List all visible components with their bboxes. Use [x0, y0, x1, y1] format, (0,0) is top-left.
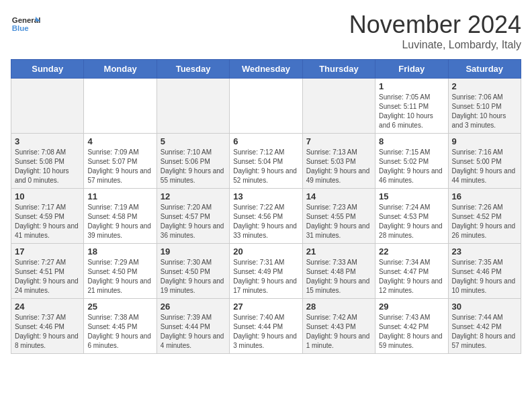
day-info: Sunrise: 7:34 AM Sunset: 4:47 PM Dayligh… — [379, 258, 444, 295]
calendar-cell: 7Sunrise: 7:13 AM Sunset: 5:03 PM Daylig… — [302, 134, 375, 189]
day-number: 5 — [161, 136, 226, 146]
calendar-cell — [157, 79, 229, 134]
day-number: 11 — [87, 191, 152, 201]
calendar-week-row: 1Sunrise: 7:05 AM Sunset: 5:11 PM Daylig… — [11, 79, 521, 134]
day-number: 8 — [379, 136, 444, 146]
day-info: Sunrise: 7:37 AM Sunset: 4:46 PM Dayligh… — [15, 313, 80, 351]
svg-text:Blue: Blue — [12, 24, 29, 32]
day-info: Sunrise: 7:06 AM Sunset: 5:10 PM Dayligh… — [452, 93, 517, 130]
day-info: Sunrise: 7:09 AM Sunset: 5:07 PM Dayligh… — [87, 148, 152, 185]
day-info: Sunrise: 7:23 AM Sunset: 4:55 PM Dayligh… — [306, 203, 371, 240]
day-info: Sunrise: 7:30 AM Sunset: 4:50 PM Dayligh… — [161, 258, 226, 295]
day-number: 20 — [233, 246, 298, 257]
calendar-cell: 14Sunrise: 7:23 AM Sunset: 4:55 PM Dayli… — [302, 189, 375, 244]
day-number: 4 — [87, 136, 152, 146]
calendar-header-saturday: Saturday — [448, 60, 521, 79]
calendar-header-tuesday: Tuesday — [157, 60, 229, 79]
calendar-cell: 17Sunrise: 7:27 AM Sunset: 4:51 PM Dayli… — [11, 244, 84, 299]
day-number: 30 — [452, 302, 517, 312]
day-info: Sunrise: 7:42 AM Sunset: 4:43 PM Dayligh… — [306, 313, 371, 351]
calendar-cell — [302, 79, 375, 134]
day-info: Sunrise: 7:19 AM Sunset: 4:58 PM Dayligh… — [87, 203, 152, 240]
calendar-header-sunday: Sunday — [11, 60, 84, 79]
calendar-header-row: SundayMondayTuesdayWednesdayThursdayFrid… — [11, 60, 521, 79]
calendar-cell: 28Sunrise: 7:42 AM Sunset: 4:43 PM Dayli… — [302, 299, 375, 354]
day-number: 18 — [87, 246, 152, 257]
day-number: 21 — [306, 246, 371, 257]
day-number: 19 — [161, 246, 226, 257]
day-number: 23 — [452, 246, 517, 257]
calendar-cell: 27Sunrise: 7:40 AM Sunset: 4:44 PM Dayli… — [230, 299, 302, 354]
day-number: 15 — [379, 191, 444, 201]
day-info: Sunrise: 7:26 AM Sunset: 4:52 PM Dayligh… — [452, 203, 517, 240]
header: General Blue November 2024 Luvinate, Lom… — [11, 11, 521, 51]
day-number: 13 — [233, 191, 298, 201]
day-number: 12 — [161, 191, 226, 201]
calendar-cell: 24Sunrise: 7:37 AM Sunset: 4:46 PM Dayli… — [11, 299, 84, 354]
calendar-cell: 5Sunrise: 7:10 AM Sunset: 5:06 PM Daylig… — [157, 134, 229, 189]
day-info: Sunrise: 7:29 AM Sunset: 4:50 PM Dayligh… — [87, 258, 152, 295]
calendar-cell: 16Sunrise: 7:26 AM Sunset: 4:52 PM Dayli… — [448, 189, 521, 244]
logo: General Blue — [11, 11, 40, 40]
calendar-cell — [11, 79, 84, 134]
calendar-header-thursday: Thursday — [302, 60, 375, 79]
day-info: Sunrise: 7:24 AM Sunset: 4:53 PM Dayligh… — [379, 203, 444, 240]
day-info: Sunrise: 7:22 AM Sunset: 4:56 PM Dayligh… — [233, 203, 298, 240]
day-info: Sunrise: 7:31 AM Sunset: 4:49 PM Dayligh… — [233, 258, 298, 295]
day-info: Sunrise: 7:27 AM Sunset: 4:51 PM Dayligh… — [15, 258, 80, 295]
calendar-cell — [230, 79, 302, 134]
calendar-cell — [84, 79, 157, 134]
calendar-cell: 20Sunrise: 7:31 AM Sunset: 4:49 PM Dayli… — [230, 244, 302, 299]
day-info: Sunrise: 7:08 AM Sunset: 5:08 PM Dayligh… — [15, 148, 80, 185]
day-info: Sunrise: 7:20 AM Sunset: 4:57 PM Dayligh… — [161, 203, 226, 240]
calendar-cell: 30Sunrise: 7:44 AM Sunset: 4:42 PM Dayli… — [448, 299, 521, 354]
calendar-cell: 19Sunrise: 7:30 AM Sunset: 4:50 PM Dayli… — [157, 244, 229, 299]
calendar-cell: 18Sunrise: 7:29 AM Sunset: 4:50 PM Dayli… — [84, 244, 157, 299]
day-number: 9 — [452, 136, 517, 146]
day-info: Sunrise: 7:39 AM Sunset: 4:44 PM Dayligh… — [161, 313, 226, 351]
day-number: 25 — [87, 302, 152, 312]
day-info: Sunrise: 7:15 AM Sunset: 5:02 PM Dayligh… — [379, 148, 444, 185]
calendar-cell: 21Sunrise: 7:33 AM Sunset: 4:48 PM Dayli… — [302, 244, 375, 299]
title-section: November 2024 Luvinate, Lombardy, Italy — [349, 11, 521, 51]
day-number: 10 — [15, 191, 80, 201]
day-info: Sunrise: 7:16 AM Sunset: 5:00 PM Dayligh… — [452, 148, 517, 185]
calendar-header-monday: Monday — [84, 60, 157, 79]
day-info: Sunrise: 7:05 AM Sunset: 5:11 PM Dayligh… — [379, 93, 444, 130]
day-number: 29 — [379, 302, 444, 312]
day-info: Sunrise: 7:13 AM Sunset: 5:03 PM Dayligh… — [306, 148, 371, 185]
calendar-week-row: 24Sunrise: 7:37 AM Sunset: 4:46 PM Dayli… — [11, 299, 521, 354]
day-number: 24 — [15, 302, 80, 312]
calendar-cell: 13Sunrise: 7:22 AM Sunset: 4:56 PM Dayli… — [230, 189, 302, 244]
calendar-cell: 10Sunrise: 7:17 AM Sunset: 4:59 PM Dayli… — [11, 189, 84, 244]
day-number: 26 — [161, 302, 226, 312]
calendar-week-row: 3Sunrise: 7:08 AM Sunset: 5:08 PM Daylig… — [11, 134, 521, 189]
day-number: 2 — [452, 81, 517, 91]
day-number: 22 — [379, 246, 444, 257]
day-info: Sunrise: 7:35 AM Sunset: 4:46 PM Dayligh… — [452, 258, 517, 295]
day-info: Sunrise: 7:44 AM Sunset: 4:42 PM Dayligh… — [452, 313, 517, 351]
calendar-cell: 22Sunrise: 7:34 AM Sunset: 4:47 PM Dayli… — [375, 244, 448, 299]
day-info: Sunrise: 7:10 AM Sunset: 5:06 PM Dayligh… — [161, 148, 226, 185]
month-title: November 2024 — [349, 11, 521, 39]
calendar-cell: 11Sunrise: 7:19 AM Sunset: 4:58 PM Dayli… — [84, 189, 157, 244]
day-number: 16 — [452, 191, 517, 201]
location: Luvinate, Lombardy, Italy — [349, 39, 521, 51]
calendar-cell: 15Sunrise: 7:24 AM Sunset: 4:53 PM Dayli… — [375, 189, 448, 244]
calendar-week-row: 10Sunrise: 7:17 AM Sunset: 4:59 PM Dayli… — [11, 189, 521, 244]
calendar-cell: 2Sunrise: 7:06 AM Sunset: 5:10 PM Daylig… — [448, 79, 521, 134]
day-info: Sunrise: 7:38 AM Sunset: 4:45 PM Dayligh… — [87, 313, 152, 351]
day-info: Sunrise: 7:33 AM Sunset: 4:48 PM Dayligh… — [306, 258, 371, 295]
calendar-cell: 3Sunrise: 7:08 AM Sunset: 5:08 PM Daylig… — [11, 134, 84, 189]
day-number: 3 — [15, 136, 80, 146]
calendar-cell: 9Sunrise: 7:16 AM Sunset: 5:00 PM Daylig… — [448, 134, 521, 189]
calendar-header-wednesday: Wednesday — [230, 60, 302, 79]
day-number: 17 — [15, 246, 80, 257]
day-info: Sunrise: 7:40 AM Sunset: 4:44 PM Dayligh… — [233, 313, 298, 351]
calendar-cell: 26Sunrise: 7:39 AM Sunset: 4:44 PM Dayli… — [157, 299, 229, 354]
calendar-cell: 8Sunrise: 7:15 AM Sunset: 5:02 PM Daylig… — [375, 134, 448, 189]
calendar-cell: 25Sunrise: 7:38 AM Sunset: 4:45 PM Dayli… — [84, 299, 157, 354]
day-number: 7 — [306, 136, 371, 146]
day-info: Sunrise: 7:17 AM Sunset: 4:59 PM Dayligh… — [15, 203, 80, 240]
day-number: 27 — [233, 302, 298, 312]
